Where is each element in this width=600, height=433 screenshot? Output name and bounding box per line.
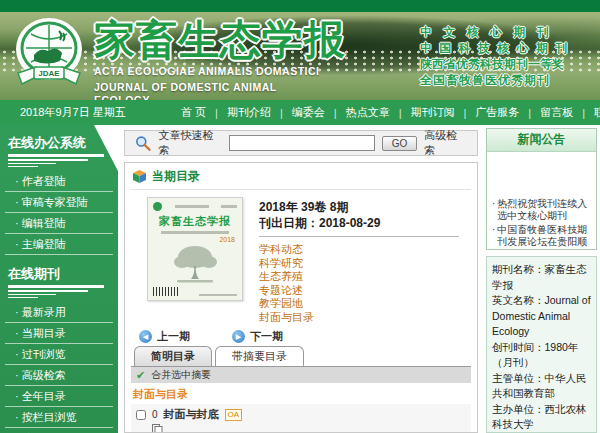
contents-tabs: 简明目录 带摘要目录 bbox=[131, 346, 471, 367]
sidebar-item-archive[interactable]: 过刊浏览 bbox=[5, 344, 113, 365]
award-line: 陕西省优秀科技期刊一等奖 bbox=[420, 56, 592, 72]
merge-abstract-bar[interactable]: ✔ 合并选中摘要 bbox=[131, 367, 471, 383]
category-link-teaching-field[interactable]: 教学园地 bbox=[259, 297, 459, 311]
cover-decor bbox=[221, 205, 237, 208]
article-row: 0 封面与封底 OA 2018 Vol. 39 (8): 0- 摘要 0 HTM… bbox=[131, 404, 471, 433]
cover-decor bbox=[161, 231, 228, 234]
current-issue-panel: 当期目录 家畜生态学报 2018 bbox=[124, 162, 478, 433]
sidebar-section-online-journal: 在线期刊 bbox=[0, 261, 118, 285]
merge-abstract-label: 合并选中摘要 bbox=[151, 368, 211, 382]
journal-info-box: 期刊名称：家畜生态学报 英文名称：Journal of Domestic Ani… bbox=[486, 256, 597, 433]
category-link-subject-trends[interactable]: 学科动态 bbox=[259, 243, 459, 257]
quick-search-label: 文章快速检索 bbox=[158, 128, 222, 158]
nav-item-editorial-board[interactable]: 编委会 bbox=[283, 105, 334, 120]
cube-icon bbox=[133, 170, 146, 183]
article-number: 0 bbox=[152, 409, 158, 420]
left-sidebar: 在线办公系统 作者登陆 审稿专家登陆 编辑登陆 主编登陆 在线期刊 最新录用 当… bbox=[0, 125, 118, 433]
issue-pubdate-line: 刊出日期：2018-08-29 bbox=[259, 215, 459, 231]
cover-year: 2018 bbox=[153, 236, 235, 243]
tab-brief-contents[interactable]: 简明目录 bbox=[134, 346, 212, 366]
oa-badge: OA bbox=[225, 409, 243, 421]
next-issue-button[interactable]: ▶ 下一期 bbox=[232, 329, 283, 344]
news-box: 新闻公告 热烈祝贺我刊连续入选中文核心期刊 中国畜牧兽医科技期刊发展论坛在贵阳顺… bbox=[486, 128, 597, 250]
nav-menu: 首 页| 期刊介绍| 编委会| 热点文章| 期刊订阅| 广告服务| 留言板| 联… bbox=[172, 105, 600, 120]
sidebar-item-chief-editor-login[interactable]: 主编登陆 bbox=[5, 234, 113, 255]
advanced-search-link[interactable]: 高级检索 bbox=[424, 128, 467, 158]
logo-acronym: JDAE bbox=[38, 69, 60, 78]
cover-logo-icon bbox=[153, 202, 162, 211]
info-founded: 创刊时间：1980年（月刊） bbox=[492, 340, 592, 371]
issue-volume-line: 2018年 39卷 8期 bbox=[259, 199, 459, 215]
nav-item-ad-service[interactable]: 广告服务 bbox=[466, 105, 528, 120]
issue-body: 家畜生态学报 2018 201 bbox=[131, 190, 471, 328]
check-icon: ✔ bbox=[136, 369, 145, 382]
article-title-link[interactable]: 封面与封底 bbox=[164, 407, 219, 422]
previous-issue-button[interactable]: ◀ 上一期 bbox=[139, 329, 190, 344]
info-journal-name: 期刊名称：家畜生态学报 bbox=[492, 262, 592, 293]
banner: JDAE 家畜生态学报 ACTA ECOLOGIAE ANIMALIS DOMA… bbox=[0, 12, 600, 100]
current-date: 2018年9月7日 星期五 bbox=[0, 105, 172, 120]
quick-search-panel: 文章快速检索 GO 高级检索 bbox=[124, 130, 478, 156]
top-accent-bar bbox=[0, 0, 600, 12]
news-box-title: 新闻公告 bbox=[487, 129, 596, 152]
sidebar-item-latest-accepted[interactable]: 最新录用 bbox=[5, 302, 113, 323]
award-line: 中 文 核 心 期 刊 bbox=[420, 24, 592, 40]
issue-pagination: ◀ 上一期 ▶ 下一期 bbox=[131, 328, 471, 346]
category-link-scientific-research[interactable]: 科学研究 bbox=[259, 257, 459, 271]
previous-issue-label: 上一期 bbox=[157, 329, 190, 344]
right-column: 新闻公告 热烈祝贺我刊连续入选中文核心期刊 中国畜牧兽医科技期刊发展论坛在贵阳顺… bbox=[483, 125, 600, 433]
tab-contents-with-abstract[interactable]: 带摘要目录 bbox=[215, 346, 304, 366]
cover-tree-graphic bbox=[169, 243, 221, 285]
main-column: 文章快速检索 GO 高级检索 当期目录 bbox=[118, 125, 483, 433]
sidebar-item-advanced-search[interactable]: 高级检索 bbox=[5, 365, 113, 386]
category-link-eco-breeding[interactable]: 生态养殖 bbox=[259, 270, 459, 284]
site-subtitle-latin: ACTA ECOLOGIAE ANIMALIS DOMASTICI bbox=[94, 65, 324, 78]
info-english-name: 英文名称：Journal of Domestic Animal Ecology bbox=[492, 293, 592, 340]
award-line: 中 国 科 技 核 心 期 刊 bbox=[420, 40, 592, 56]
nav-item-journal-intro[interactable]: 期刊介绍 bbox=[218, 105, 280, 120]
site-title: 家畜生态学报 bbox=[94, 18, 324, 62]
award-line: 全国畜牧兽医优秀期刊 bbox=[420, 72, 592, 88]
panel-header: 当期目录 bbox=[131, 166, 471, 190]
journal-cover-thumbnail[interactable]: 家畜生态学报 2018 bbox=[147, 197, 243, 301]
news-item[interactable]: 中国畜牧兽医科技期刊发展论坛在贵阳顺利召开 bbox=[492, 224, 593, 250]
nav-item-message-board[interactable]: 留言板 bbox=[531, 105, 582, 120]
category-link-special-topics[interactable]: 专题论述 bbox=[259, 284, 459, 298]
article-checkbox[interactable] bbox=[136, 410, 146, 420]
go-button[interactable]: GO bbox=[382, 136, 418, 151]
main-navbar: 2018年9月7日 星期五 首 页| 期刊介绍| 编委会| 热点文章| 期刊订阅… bbox=[0, 100, 600, 125]
info-supervisor: 主管单位：中华人民共和国教育部 bbox=[492, 371, 592, 402]
sidebar-decoration-lines bbox=[0, 285, 118, 302]
issue-meta: 2018年 39卷 8期 刊出日期：2018-08-29 学科动态 科学研究 生… bbox=[259, 197, 459, 324]
nav-item-home[interactable]: 首 页 bbox=[172, 105, 215, 120]
sidebar-item-reviewer-login[interactable]: 审稿专家登陆 bbox=[5, 192, 113, 213]
section-title-cover-contents: 封面与目录 bbox=[131, 383, 471, 404]
sidebar-decoration-lines bbox=[0, 154, 118, 171]
cover-decor bbox=[199, 294, 237, 296]
sidebar-item-editor-login[interactable]: 编辑登陆 bbox=[5, 213, 113, 234]
nav-item-hot-articles[interactable]: 热点文章 bbox=[337, 105, 399, 120]
divider bbox=[259, 236, 459, 237]
search-icon bbox=[135, 135, 151, 152]
barcode bbox=[153, 287, 179, 296]
info-sponsor: 主办单位：西北农林科技大学 bbox=[492, 402, 592, 433]
award-list: 中 文 核 心 期 刊 中 国 科 技 核 心 期 刊 陕西省优秀科技期刊一等奖… bbox=[420, 24, 592, 88]
journal-logo-icon: JDAE bbox=[12, 15, 86, 97]
sidebar-item-annual-catalog[interactable]: 全年目录 bbox=[5, 386, 113, 407]
sidebar-item-current-issue[interactable]: 当期目录 bbox=[5, 323, 113, 344]
category-link-cover-contents[interactable]: 封面与目录 bbox=[259, 311, 459, 325]
news-item[interactable]: 热烈祝贺我刊连续入选中文核心期刊 bbox=[492, 198, 593, 222]
search-input[interactable] bbox=[229, 135, 374, 151]
nav-item-contact-us[interactable]: 联系我们 bbox=[585, 105, 600, 120]
sidebar-item-browse-by-column[interactable]: 按栏目浏览 bbox=[5, 407, 113, 428]
copy-icon[interactable] bbox=[152, 424, 163, 433]
nav-item-subscription[interactable]: 期刊订阅 bbox=[402, 105, 464, 120]
panel-title: 当期目录 bbox=[152, 168, 200, 185]
cover-decor bbox=[175, 205, 209, 208]
next-issue-label: 下一期 bbox=[250, 329, 283, 344]
sidebar-item-author-login[interactable]: 作者登陆 bbox=[5, 171, 113, 192]
sidebar-item-abstract-ranking[interactable]: 摘要点击排行 bbox=[5, 428, 113, 433]
next-arrow-icon: ▶ bbox=[232, 330, 245, 343]
site-subtitle-english: JOURNAL OF DOMESTIC ANIMAL ECOLOGY bbox=[94, 81, 324, 100]
cover-title: 家畜生态学报 bbox=[153, 214, 237, 229]
